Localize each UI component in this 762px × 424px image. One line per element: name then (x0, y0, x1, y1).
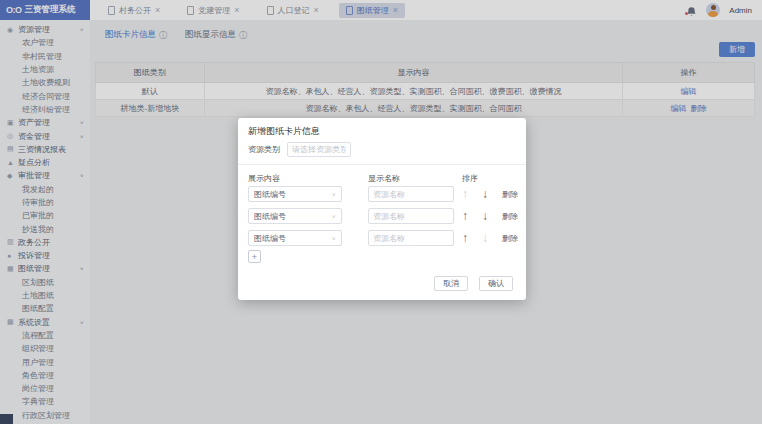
delete-row-button[interactable]: 删除 (502, 211, 518, 222)
delete-row-button[interactable]: 删除 (502, 189, 518, 200)
move-up-icon[interactable]: ↑ (462, 208, 468, 224)
chevron-down-icon: ∨ (332, 191, 336, 197)
modal-footer: 取消 确认 (434, 276, 513, 291)
chevron-down-icon: ∨ (332, 235, 336, 241)
confirm-button[interactable]: 确认 (479, 276, 513, 291)
chevron-down-icon: ∨ (332, 213, 336, 219)
display-name-input[interactable] (368, 230, 454, 246)
move-down-icon[interactable]: ↓ (482, 186, 488, 202)
display-name-input[interactable] (368, 208, 454, 224)
screen: O:O 三资管理系统 村务公开 × 党建管理 × 人口登记 × 图纸管理 (0, 0, 762, 424)
delete-row-button[interactable]: 删除 (502, 233, 518, 244)
resource-type-select[interactable] (287, 142, 351, 157)
col-show-content: 展示内容 (248, 173, 280, 184)
col-sort: 排序 (462, 173, 478, 184)
modal-title: 新增图纸卡片信息 (248, 125, 320, 138)
content-select-value: 图纸编号 (254, 189, 286, 200)
move-up-icon[interactable]: ↑ (462, 230, 468, 246)
move-down-icon: ↓ (482, 230, 488, 246)
move-down-icon[interactable]: ↓ (482, 208, 488, 224)
divider (238, 164, 526, 165)
resource-type-label: 资源类别 (248, 144, 280, 155)
field-row: 图纸编号∨ ↑ ↓ 删除 (238, 186, 526, 203)
field-row: 图纸编号∨ ↑ ↓ 删除 (238, 230, 526, 247)
cancel-button[interactable]: 取消 (434, 276, 468, 291)
content-select[interactable]: 图纸编号∨ (248, 186, 342, 202)
resource-type-field: 资源类别 (248, 142, 351, 157)
col-display-name: 显示名称 (368, 173, 400, 184)
display-name-input[interactable] (368, 186, 454, 202)
content-select[interactable]: 图纸编号∨ (248, 208, 342, 224)
content-select-value: 图纸编号 (254, 211, 286, 222)
content-select-value: 图纸编号 (254, 233, 286, 244)
move-up-icon: ↑ (462, 186, 468, 202)
field-row: 图纸编号∨ ↑ ↓ 删除 (238, 208, 526, 225)
content-select[interactable]: 图纸编号∨ (248, 230, 342, 246)
add-row-button[interactable]: + (248, 250, 261, 263)
add-drawing-card-modal: 新增图纸卡片信息 资源类别 展示内容 显示名称 排序 图纸编号∨ ↑ ↓ 删除 … (238, 118, 526, 300)
